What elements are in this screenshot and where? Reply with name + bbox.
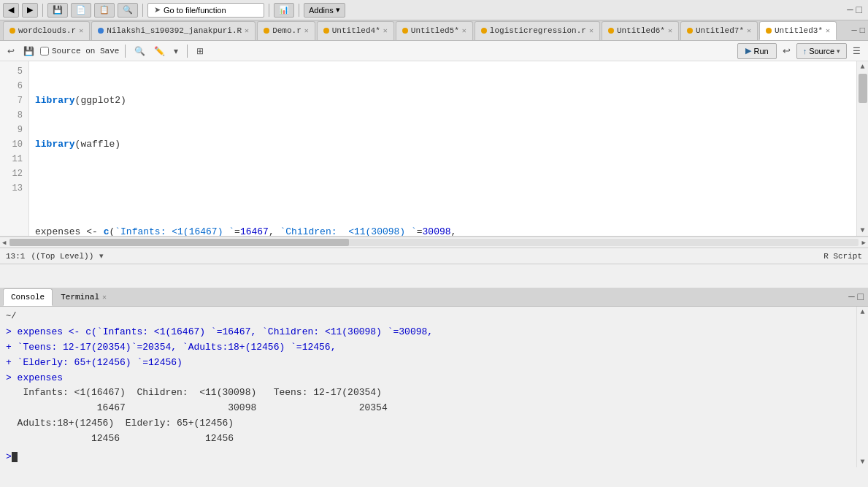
forward-btn[interactable]: ▶	[22, 3, 38, 18]
prompt1: >	[6, 326, 18, 337]
level-dropdown-btn[interactable]: ▾	[99, 251, 104, 261]
scroll-up-btn[interactable]: ▲	[859, 61, 866, 72]
view-btn[interactable]: ⊞	[193, 43, 207, 59]
tab-label: wordclouds.r	[18, 26, 76, 35]
goto-file-function[interactable]: ➤ Go to file/function	[147, 3, 264, 18]
line-numbers: 5 6 7 8 9 10 11 12 13	[0, 61, 29, 236]
scroll-thumb[interactable]	[859, 74, 867, 103]
console-output-2: 16467 30098 20354	[6, 401, 850, 416]
close-icon[interactable]: ✕	[245, 26, 249, 35]
close-icon[interactable]: ✕	[79, 26, 83, 35]
console-input-line[interactable]: >	[6, 450, 850, 465]
console-output-3: Adults:18+(12456) Elderly: 65+(12456)	[6, 416, 850, 432]
addins-dropdown[interactable]: Addins ▾	[304, 3, 345, 18]
tab-untitled5[interactable]: Untitled5* ✕	[396, 21, 473, 40]
tab-logistic[interactable]: logisticregression.r ✕	[475, 21, 600, 40]
code-level: ((Top Level))	[31, 252, 93, 261]
toolbar-icon4[interactable]: 🔍	[118, 3, 138, 18]
run-label: Run	[753, 47, 768, 55]
source-button[interactable]: ↑ Source ▾	[796, 43, 847, 59]
horiz-scroll-thumb[interactable]	[9, 239, 349, 246]
continuation1: + `Teens: 12-17(20354)`=20354, `Adults:1…	[6, 342, 336, 353]
line-num-9: 9	[3, 123, 23, 137]
tab-label: Untitled6*	[617, 26, 665, 35]
tab-untitled3[interactable]: Untitled3* ✕	[759, 21, 837, 40]
console-output-1: Infants: <1(16467) Children: <11(30098) …	[6, 386, 850, 401]
editor-minimize-btn[interactable]: ─	[852, 26, 857, 36]
tab-untitled6[interactable]: Untitled6* ✕	[602, 21, 679, 40]
close-icon[interactable]: ✕	[383, 26, 388, 35]
cmd1: expenses <- c(`Infants: <1(16467) `=1646…	[18, 326, 434, 337]
tab-untitled4[interactable]: Untitled4* ✕	[317, 21, 394, 40]
line-num-6: 6	[3, 79, 23, 93]
tab-dot	[687, 28, 693, 34]
line-num-7: 7	[3, 93, 23, 108]
terminal-tab-label: Terminal	[61, 293, 99, 302]
save-btn[interactable]: 💾	[20, 43, 37, 59]
editor-section: 5 6 7 8 9 10 11 12 13 library(ggplot2) l…	[0, 61, 868, 288]
console-vertical-scrollbar[interactable]: ▲ ▼	[856, 307, 868, 467]
sep2	[187, 45, 188, 58]
editor-vertical-scrollbar[interactable]: ▲ ▼	[856, 61, 868, 236]
editor-maximize-btn[interactable]: □	[860, 26, 865, 36]
undo-btn[interactable]: ↩	[4, 43, 18, 59]
line-num-8: 8	[3, 108, 23, 123]
tab-label: logisticregression.r	[490, 26, 586, 35]
editor-window-controls: ─ □	[852, 26, 868, 36]
close-icon[interactable]: ✕	[826, 26, 830, 35]
format-arrow-btn[interactable]: ▾	[171, 43, 181, 59]
console-scroll-down-btn[interactable]: ▼	[860, 458, 864, 466]
tab-label: Untitled4*	[332, 26, 380, 35]
toolbar-icon3[interactable]: 📋	[94, 3, 115, 18]
toolbar-icon1[interactable]: 💾	[47, 3, 68, 18]
code-line-5: library(ggplot2)	[35, 93, 850, 108]
scroll-down-btn[interactable]: ▼	[859, 225, 866, 236]
close-icon[interactable]: ✕	[747, 26, 751, 35]
cmd2: expenses	[18, 372, 63, 383]
scroll-right-btn[interactable]: ▶	[860, 237, 868, 248]
tab-untitled7[interactable]: Untitled7* ✕	[680, 21, 758, 40]
format-btn[interactable]: ✏️	[151, 43, 168, 59]
tab-nilakshi[interactable]: Nilakshi_s190392_janakpuri.R ✕	[91, 21, 256, 40]
toolbar-icon2[interactable]: 📄	[71, 3, 91, 18]
console-tab[interactable]: Console	[3, 288, 53, 306]
run-button[interactable]: ▶ Run	[737, 43, 776, 59]
console-minimize-btn[interactable]: ─	[848, 292, 854, 302]
console-scroll-up-btn[interactable]: ▲	[860, 308, 864, 316]
prompt2: >	[6, 372, 18, 383]
scroll-left-btn[interactable]: ◀	[0, 237, 8, 248]
rerun-btn[interactable]: ↩	[780, 43, 794, 59]
toolbar-icon5[interactable]: 📊	[274, 3, 294, 18]
terminal-tab[interactable]: Terminal ✕	[53, 288, 115, 306]
console-line-1: > expenses <- c(`Infants: <1(16467) `=16…	[6, 325, 850, 340]
top-toolbar: ◀ ▶ 💾 📄 📋 🔍 ➤ Go to file/function 📊 Addi…	[0, 0, 868, 20]
source-on-save-checkbox[interactable]	[40, 47, 49, 55]
maximize-btn[interactable]: □	[856, 4, 862, 16]
console-output[interactable]: ~/ > expenses <- c(`Infants: <1(16467) `…	[0, 307, 856, 467]
tab-dot	[323, 28, 329, 34]
code-editor[interactable]: 5 6 7 8 9 10 11 12 13 library(ggplot2) l…	[0, 61, 868, 237]
tab-demo[interactable]: Demo.r ✕	[257, 21, 315, 40]
options-btn[interactable]: ☰	[850, 43, 864, 59]
source-dropdown-icon: ▾	[837, 47, 840, 55]
code-content[interactable]: library(ggplot2) library(waffle) expense…	[29, 61, 856, 236]
horizontal-scrollbar[interactable]: ◀ ▶	[0, 237, 868, 248]
tab-wordclouds[interactable]: wordclouds.r ✕	[3, 21, 90, 40]
close-icon[interactable]: ✕	[668, 26, 672, 35]
close-icon[interactable]: ✕	[589, 26, 594, 35]
back-btn[interactable]: ◀	[3, 3, 19, 18]
close-icon[interactable]: ✕	[462, 26, 466, 35]
close-icon[interactable]: ✕	[304, 26, 309, 35]
search-btn[interactable]: 🔍	[131, 43, 148, 59]
addins-label: Addins	[309, 6, 334, 15]
separator4	[299, 4, 299, 17]
addins-arrow-icon: ▾	[336, 5, 340, 15]
minimize-btn[interactable]: ─	[847, 4, 853, 16]
console-output-4: 12456 12456	[6, 432, 850, 447]
separator1	[42, 4, 43, 17]
console-maximize-btn[interactable]: □	[858, 292, 864, 302]
code-line-7	[35, 181, 850, 196]
terminal-close-icon[interactable]: ✕	[102, 293, 107, 302]
status-bar: 13:1 ((Top Level)) ▾ R Script	[0, 248, 868, 264]
separator2	[142, 4, 143, 17]
